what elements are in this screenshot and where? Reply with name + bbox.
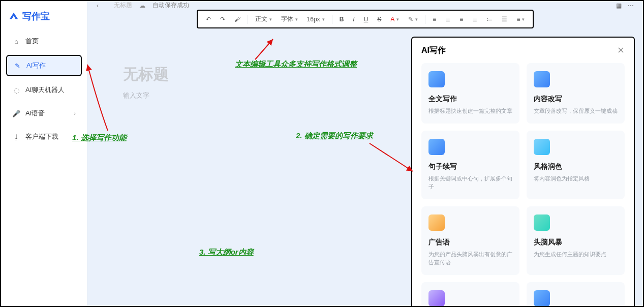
sidebar-item-ai-voice[interactable]: 🎤 AI语音 › xyxy=(6,104,82,123)
home-icon: ⌂ xyxy=(12,37,20,45)
brainstorm-icon xyxy=(534,214,550,231)
app-logo: 写作宝 xyxy=(6,7,82,32)
pencil-icon: ✎ xyxy=(13,62,21,70)
text-color-button[interactable]: A xyxy=(388,15,401,24)
sidebar-item-label: AI写作 xyxy=(26,61,46,70)
sidebar-item-label: 客户端下载 xyxy=(25,132,58,141)
font-size-select[interactable]: 16px xyxy=(305,15,327,24)
autosave-status: 自动保存成功 xyxy=(152,1,189,10)
sidebar-item-home[interactable]: ⌂ 首页 xyxy=(6,32,82,51)
sidebar: 写作宝 ⌂ 首页 ✎ AI写作 ◌ AI聊天机器人 🎤 AI语音 › ⭳ 客户端… xyxy=(1,1,87,306)
ai-card-extra-2[interactable] xyxy=(527,282,625,308)
align-left-button[interactable]: ≡ xyxy=(431,15,438,24)
editor-toolbar: ↶ ↷ 🖌 正文 字体 16px B I U S A ✎ ≡ ≣ ≡ ≣ ≔ xyxy=(197,10,534,28)
sidebar-item-label: 首页 xyxy=(25,37,39,46)
ai-card-rewrite[interactable]: 内容改写 文章段落改写，保留原义一键成稿 xyxy=(527,63,625,124)
ai-card-brainstorm[interactable]: 头脑风暴 为您生成任何主题的知识要点 xyxy=(527,206,625,275)
align-right-button[interactable]: ≡ xyxy=(457,15,465,24)
sidebar-item-label: AI聊天机器人 xyxy=(25,85,65,95)
highlight-button[interactable]: ✎ xyxy=(406,15,420,24)
ai-panel-title: AI写作 xyxy=(421,45,446,56)
undo-button[interactable]: ↶ xyxy=(204,15,213,24)
ordered-list-button[interactable]: ≔ xyxy=(484,15,495,24)
download-icon: ⭳ xyxy=(12,133,20,141)
app-name: 写作宝 xyxy=(22,10,50,22)
title-input[interactable]: 无标题 xyxy=(123,64,391,85)
align-justify-button[interactable]: ≣ xyxy=(470,15,479,24)
more-icon[interactable]: ⋯ xyxy=(628,2,634,9)
unordered-list-button[interactable]: ☰ xyxy=(500,15,509,24)
close-button[interactable]: ✕ xyxy=(617,45,625,56)
redo-button[interactable]: ↷ xyxy=(218,15,227,24)
logo-icon xyxy=(8,11,19,22)
ai-card-full-writing[interactable]: 全文写作 根据标题快速创建一篇完整的文章 xyxy=(421,63,519,124)
sidebar-item-ai-writing[interactable]: ✎ AI写作 xyxy=(6,55,82,76)
ai-card-extra-1[interactable] xyxy=(421,282,519,308)
font-family-select[interactable]: 字体 xyxy=(279,14,300,24)
voice-icon: 🎤 xyxy=(12,109,20,117)
paragraph-format-select[interactable]: 正文 xyxy=(253,14,274,24)
cloud-icon: ☁ xyxy=(139,2,145,9)
ai-writing-panel: AI写作 ✕ 全文写作 根据标题快速创建一篇完整的文章 内容改写 文章段落改写，… xyxy=(411,37,635,307)
underline-button[interactable]: U xyxy=(362,15,371,24)
strike-button[interactable]: S xyxy=(375,15,383,24)
bold-button[interactable]: B xyxy=(338,15,346,24)
ad-icon xyxy=(428,214,445,231)
format-painter-button[interactable]: 🖌 xyxy=(232,15,242,24)
chevron-right-icon: › xyxy=(74,134,76,140)
sidebar-item-ai-chat[interactable]: ◌ AI聊天机器人 xyxy=(6,80,82,100)
ai-card-continue[interactable]: 句子续写 根据关键词或中心句，扩展多个句子 xyxy=(421,131,519,199)
doc-icon xyxy=(428,71,445,87)
main-area: ‹ 无标题 ☁ 自动保存成功 ▦ ⋯ ↶ ↷ 🖌 正文 字体 16px B I xyxy=(87,1,643,306)
doc-name: 无标题 xyxy=(114,1,132,10)
rewrite-icon xyxy=(534,71,550,87)
chat-icon: ◌ xyxy=(12,86,20,94)
card-icon xyxy=(428,290,445,306)
ai-card-polish[interactable]: 风格润色 将内容润色为指定风格 xyxy=(527,131,625,199)
body-input[interactable]: 输入文字 xyxy=(123,91,391,100)
sidebar-item-label: AI语音 xyxy=(25,109,45,118)
editor-area[interactable]: 无标题 输入文字 ▶ ⋮ ▤ 写内容 ≡ 写大纲 短 xyxy=(87,28,411,307)
sidebar-item-download[interactable]: ⭳ 客户端下载 › xyxy=(6,127,82,146)
card-icon xyxy=(534,290,550,306)
italic-button[interactable]: I xyxy=(351,15,356,24)
line-height-button[interactable]: ≡ xyxy=(514,15,527,24)
back-button[interactable]: ‹ xyxy=(97,2,107,9)
grid-icon[interactable]: ▦ xyxy=(616,2,622,9)
polish-icon xyxy=(534,139,550,155)
topbar: ‹ 无标题 ☁ 自动保存成功 ▦ ⋯ xyxy=(87,1,643,10)
continue-icon xyxy=(428,139,445,155)
chevron-right-icon: › xyxy=(74,110,76,116)
align-center-button[interactable]: ≣ xyxy=(443,15,452,24)
ai-card-ad[interactable]: 广告语 为您的产品头脑风暴出有创意的广告宣传语 xyxy=(421,206,519,275)
